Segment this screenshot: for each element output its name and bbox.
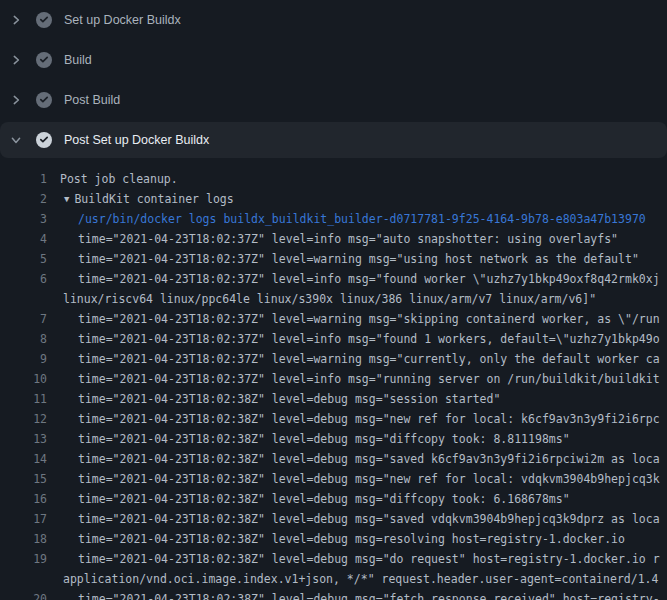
log-line: 10 time="2021-04-23T18:02:37Z" level=inf… [0, 369, 667, 389]
log-line-number[interactable]: 19 [0, 549, 47, 569]
log-line: 14 time="2021-04-23T18:02:38Z" level=deb… [0, 449, 667, 469]
log-line-text: time="2021-04-23T18:02:38Z" level=debug … [78, 449, 660, 469]
check-circle-icon [36, 92, 52, 108]
log-line-number[interactable]: 18 [0, 529, 47, 549]
log-line-text: Post job cleanup. [60, 169, 178, 189]
log-line-text: time="2021-04-23T18:02:38Z" level=debug … [78, 389, 500, 409]
log-line-text: time="2021-04-23T18:02:37Z" level=warnin… [78, 249, 639, 269]
step-label: Post Build [64, 93, 120, 107]
log-line: 4 time="2021-04-23T18:02:37Z" level=info… [0, 229, 667, 249]
step-row[interactable]: Build [0, 40, 667, 80]
log-line: application/vnd.oci.image.index.v1+json,… [0, 569, 667, 589]
log-line: linux/riscv64 linux/ppc64le linux/s390x … [0, 289, 667, 309]
check-circle-icon [36, 52, 52, 68]
log-line: 8 time="2021-04-23T18:02:37Z" level=info… [0, 329, 667, 349]
log-viewer: 1 Post job cleanup. 2 ▼BuildKit containe… [0, 158, 667, 600]
step-label: Build [64, 53, 92, 67]
log-line: 18 time="2021-04-23T18:02:38Z" level=deb… [0, 529, 667, 549]
log-line-number[interactable]: 13 [0, 429, 47, 449]
check-circle-icon [36, 12, 52, 28]
log-line-text: linux/riscv64 linux/ppc64le linux/s390x … [63, 289, 596, 309]
step-label: Post Set up Docker Buildx [64, 133, 209, 147]
log-line: 19 time="2021-04-23T18:02:38Z" level=deb… [0, 549, 667, 569]
log-line-number[interactable]: 2 [0, 189, 47, 209]
step-label: Set up Docker Buildx [64, 13, 181, 27]
log-line-text: time="2021-04-23T18:02:38Z" level=debug … [78, 489, 570, 509]
log-line-number[interactable]: 1 [0, 169, 47, 189]
log-line-text: time="2021-04-23T18:02:37Z" level=info m… [78, 329, 660, 349]
log-line-number[interactable]: 16 [0, 489, 47, 509]
log-line: 5 time="2021-04-23T18:02:37Z" level=warn… [0, 249, 667, 269]
log-line: 13 time="2021-04-23T18:02:38Z" level=deb… [0, 429, 667, 449]
chevron-right-icon [10, 94, 22, 106]
log-line: 6 time="2021-04-23T18:02:37Z" level=info… [0, 269, 667, 289]
log-line-text: time="2021-04-23T18:02:37Z" level=info m… [78, 229, 618, 249]
log-line: 1 Post job cleanup. [0, 169, 667, 189]
step-row[interactable]: Post Set up Docker Buildx [0, 122, 667, 158]
log-line-text: /usr/bin/docker logs buildx_buildkit_bui… [78, 209, 646, 229]
log-line-number[interactable]: 11 [0, 389, 47, 409]
log-line: 7 time="2021-04-23T18:02:37Z" level=warn… [0, 309, 667, 329]
log-line-text: time="2021-04-23T18:02:38Z" level=debug … [78, 529, 625, 549]
log-line: 9 time="2021-04-23T18:02:37Z" level=warn… [0, 349, 667, 369]
log-line-number[interactable]: 12 [0, 409, 47, 429]
log-line-text: time="2021-04-23T18:02:38Z" level=debug … [78, 509, 660, 529]
log-line: 3 /usr/bin/docker logs buildx_buildkit_b… [0, 209, 667, 229]
log-line-text: time="2021-04-23T18:02:37Z" level=info m… [78, 269, 660, 289]
log-line: 12 time="2021-04-23T18:02:38Z" level=deb… [0, 409, 667, 429]
log-line: 11 time="2021-04-23T18:02:38Z" level=deb… [0, 389, 667, 409]
log-line-text: time="2021-04-23T18:02:38Z" level=debug … [78, 549, 660, 569]
log-line-text: application/vnd.oci.image.index.v1+json,… [63, 569, 658, 589]
log-line-number[interactable]: 20 [0, 589, 47, 600]
log-line-text: time="2021-04-23T18:02:38Z" level=debug … [78, 469, 660, 489]
log-line-number[interactable]: 15 [0, 469, 47, 489]
log-line-text: time="2021-04-23T18:02:38Z" level=debug … [78, 589, 660, 600]
log-line-number[interactable]: 4 [0, 229, 47, 249]
log-line-text: time="2021-04-23T18:02:37Z" level=warnin… [78, 349, 660, 369]
log-line-number[interactable]: 17 [0, 509, 47, 529]
log-line-text: time="2021-04-23T18:02:37Z" level=info m… [78, 369, 660, 389]
log-line: 20 time="2021-04-23T18:02:38Z" level=deb… [0, 589, 667, 600]
group-disclosure-icon: ▼ [64, 194, 69, 204]
log-line-number[interactable]: 10 [0, 369, 47, 389]
log-line-number[interactable]: 8 [0, 329, 47, 349]
log-line-number[interactable]: 3 [0, 209, 47, 229]
step-row[interactable]: Set up Docker Buildx [0, 0, 667, 40]
log-line-text[interactable]: ▼BuildKit container logs [64, 189, 234, 209]
chevron-down-icon [10, 134, 22, 146]
steps-list: Set up Docker Buildx Build [0, 0, 667, 158]
log-line-text: time="2021-04-23T18:02:38Z" level=debug … [78, 429, 570, 449]
chevron-right-icon [10, 54, 22, 66]
check-circle-icon [36, 132, 52, 148]
log-line-text: time="2021-04-23T18:02:38Z" level=debug … [78, 409, 660, 429]
log-line-number[interactable]: 6 [0, 269, 47, 289]
log-line: 15 time="2021-04-23T18:02:38Z" level=deb… [0, 469, 667, 489]
log-line-text: time="2021-04-23T18:02:37Z" level=warnin… [78, 309, 660, 329]
log-line: 16 time="2021-04-23T18:02:38Z" level=deb… [0, 489, 667, 509]
log-line: 2 ▼BuildKit container logs [0, 189, 667, 209]
log-line-number[interactable]: 7 [0, 309, 47, 329]
log-line-number[interactable]: 14 [0, 449, 47, 469]
log-line-number[interactable]: 9 [0, 349, 47, 369]
step-row[interactable]: Post Build [0, 80, 667, 120]
log-line-number[interactable]: 5 [0, 249, 47, 269]
chevron-right-icon [10, 14, 22, 26]
log-line: 17 time="2021-04-23T18:02:38Z" level=deb… [0, 509, 667, 529]
